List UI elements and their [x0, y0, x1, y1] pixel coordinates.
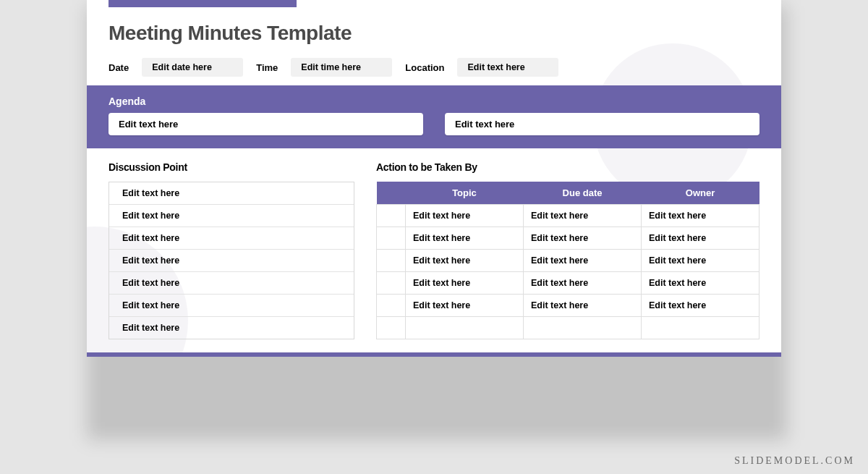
discussion-row[interactable]: Edit text here	[109, 227, 354, 250]
actions-cell-blank[interactable]	[377, 227, 406, 250]
actions-cell-owner[interactable]: Edit text here	[642, 250, 760, 272]
actions-cell-owner[interactable]: Edit text here	[642, 205, 760, 227]
location-field[interactable]: Edit text here	[457, 58, 558, 77]
discussion-row[interactable]: Edit text here	[109, 182, 354, 205]
actions-row: Edit text here Edit text here Edit text …	[377, 295, 760, 317]
actions-cell-topic[interactable]: Edit text here	[406, 227, 524, 250]
actions-cell-blank[interactable]	[377, 205, 406, 227]
actions-column: Action to be Taken By Topic Due date Own…	[376, 161, 760, 339]
discussion-table: Edit text here Edit text here Edit text …	[109, 182, 354, 339]
discussion-heading: Discussion Point	[109, 161, 354, 173]
slide-card: Meeting Minutes Template Date Edit date …	[87, 0, 781, 357]
discussion-row[interactable]: Edit text here	[109, 317, 354, 339]
agenda-item-2[interactable]: Edit text here	[445, 113, 760, 135]
location-label: Location	[405, 62, 444, 73]
date-field[interactable]: Edit date here	[142, 58, 243, 77]
actions-table: Topic Due date Owner Edit text here Edit…	[376, 182, 760, 339]
actions-row: Edit text here Edit text here Edit text …	[377, 272, 760, 295]
actions-col-owner: Owner	[642, 182, 760, 205]
actions-cell-owner[interactable]: Edit text here	[642, 227, 760, 250]
actions-row: Edit text here Edit text here Edit text …	[377, 205, 760, 227]
time-label: Time	[256, 62, 278, 73]
actions-cell-due[interactable]: Edit text here	[524, 205, 642, 227]
meta-row: Date Edit date here Time Edit time here …	[109, 58, 760, 77]
actions-row: Edit text here Edit text here Edit text …	[377, 227, 760, 250]
actions-col-due: Due date	[524, 182, 642, 205]
actions-row	[377, 317, 760, 339]
actions-cell-due[interactable]: Edit text here	[524, 272, 642, 295]
agenda-heading: Agenda	[109, 96, 760, 107]
footer-accent	[87, 352, 781, 357]
actions-cell-due[interactable]: Edit text here	[524, 250, 642, 272]
actions-cell-topic[interactable]: Edit text here	[406, 250, 524, 272]
actions-cell-owner[interactable]: Edit text here	[642, 295, 760, 317]
actions-cell-topic[interactable]: Edit text here	[406, 295, 524, 317]
page-title: Meeting Minutes Template	[109, 22, 760, 45]
actions-cell-blank[interactable]	[377, 272, 406, 295]
discussion-row[interactable]: Edit text here	[109, 205, 354, 227]
date-label: Date	[109, 62, 129, 73]
accent-bar	[109, 0, 297, 7]
header-area: Meeting Minutes Template Date Edit date …	[87, 7, 781, 85]
actions-cell-owner[interactable]	[642, 317, 760, 339]
actions-cell-owner[interactable]: Edit text here	[642, 272, 760, 295]
actions-col-topic: Topic	[406, 182, 524, 205]
actions-cell-due[interactable]: Edit text here	[524, 227, 642, 250]
actions-col-blank	[377, 182, 406, 205]
discussion-column: Discussion Point Edit text here Edit tex…	[109, 161, 354, 339]
discussion-row[interactable]: Edit text here	[109, 272, 354, 295]
discussion-row[interactable]: Edit text here	[109, 250, 354, 272]
actions-row: Edit text here Edit text here Edit text …	[377, 250, 760, 272]
actions-heading: Action to be Taken By	[376, 161, 760, 173]
discussion-row[interactable]: Edit text here	[109, 295, 354, 317]
agenda-item-1[interactable]: Edit text here	[109, 113, 423, 135]
actions-cell-topic[interactable]: Edit text here	[406, 205, 524, 227]
time-field[interactable]: Edit time here	[291, 58, 392, 77]
actions-cell-blank[interactable]	[377, 250, 406, 272]
actions-cell-due[interactable]: Edit text here	[524, 295, 642, 317]
actions-cell-blank[interactable]	[377, 295, 406, 317]
actions-cell-topic[interactable]: Edit text here	[406, 272, 524, 295]
agenda-band: Agenda Edit text here Edit text here	[87, 85, 781, 148]
actions-cell-topic[interactable]	[406, 317, 524, 339]
actions-cell-blank[interactable]	[377, 317, 406, 339]
watermark: SLIDEMODEL.COM	[734, 455, 855, 467]
actions-cell-due[interactable]	[524, 317, 642, 339]
